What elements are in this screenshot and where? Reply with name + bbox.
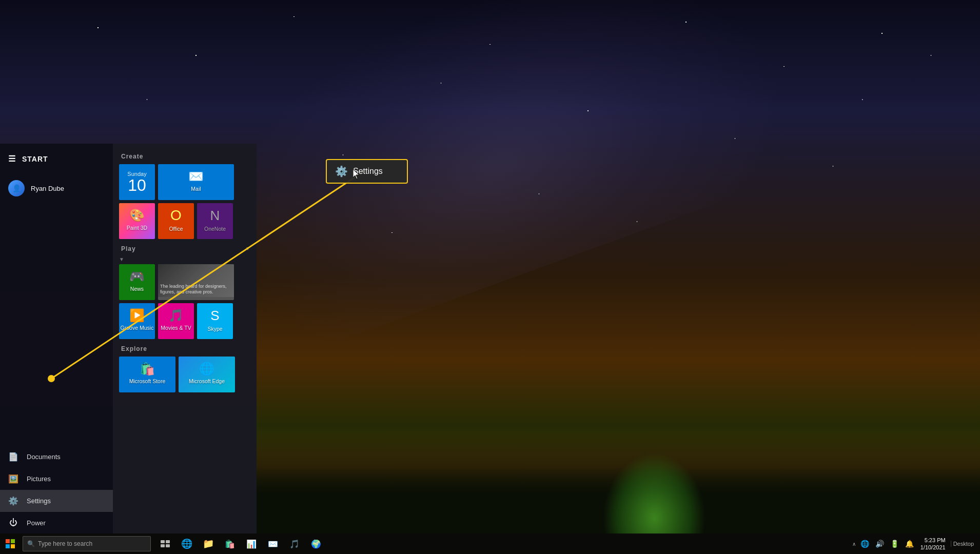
start-tiles-panel: Create Sunday 10 ✉️ Mail 🎨 Paint 3D O Of	[113, 144, 257, 533]
play-section-header: Play ▼	[119, 242, 250, 254]
settings-tooltip[interactable]: ⚙️ Settings	[326, 159, 408, 184]
user-profile[interactable]: 👤 Ryan Dube	[0, 174, 113, 203]
app2-taskbar-button[interactable]: ✉️	[263, 533, 283, 554]
svg-rect-9	[166, 544, 170, 547]
create-section-header: Create	[119, 150, 250, 162]
explore-section-header: Explore	[119, 342, 250, 354]
show-hidden-icons-button[interactable]: ∧	[852, 541, 856, 547]
app1-taskbar-button[interactable]: 📊	[241, 533, 262, 554]
windows-logo-icon	[6, 539, 15, 548]
tile-onenote[interactable]: N OneNote	[197, 203, 233, 239]
tile-skype[interactable]: S Skype	[197, 303, 233, 339]
taskbar-clock[interactable]: 5:23 PM 1/10/2021	[918, 537, 948, 551]
movies-label: Groove Music	[120, 325, 155, 331]
store-icon: 🛍️	[140, 362, 155, 376]
groove-label: Movies & TV	[160, 325, 192, 331]
create-label: Create	[119, 150, 145, 162]
clock-time: 5:23 PM	[920, 537, 946, 544]
tile-calendar[interactable]: Sunday 10	[119, 164, 155, 200]
explorer-taskbar-button[interactable]: 📁	[198, 533, 219, 554]
play-collapse-icon[interactable]: ▼	[245, 246, 250, 251]
sidebar-label-documents: Documents	[27, 453, 61, 461]
tile-news[interactable]: The leading board for designers, figures…	[158, 264, 234, 300]
groove-icon: 🎵	[168, 308, 184, 323]
calendar-day: Sunday	[127, 171, 146, 177]
user-avatar: 👤	[8, 180, 25, 196]
tile-office[interactable]: O Office	[158, 203, 194, 239]
edge-icon: 🌐	[199, 362, 214, 376]
network-icon[interactable]: 🌐	[859, 539, 871, 549]
tile-groove[interactable]: 🎵 Movies & TV	[158, 303, 194, 339]
sidebar-item-settings[interactable]: ⚙️ Settings	[0, 490, 113, 512]
sidebar-item-pictures[interactable]: 🖼️ Pictures	[0, 468, 113, 490]
svg-rect-2	[6, 539, 10, 543]
svg-rect-4	[6, 544, 10, 548]
tile-edge[interactable]: 🌐 Microsoft Edge	[179, 357, 235, 392]
app4-taskbar-button[interactable]: 🌍	[306, 533, 326, 554]
movies-icon: ▶️	[129, 308, 145, 323]
task-view-icon	[161, 540, 170, 547]
hamburger-icon[interactable]: ☰	[8, 154, 16, 164]
start-header: ☰ START	[0, 144, 113, 174]
skype-icon: S	[210, 308, 219, 324]
onenote-icon: N	[210, 208, 220, 224]
taskbar-tray: ∧ 🌐 🔊 🔋 🔔 5:23 PM 1/10/2021 Desktop	[852, 533, 980, 554]
start-menu: ☰ START 👤 Ryan Dube 📄 Documents 🖼️ Pictu…	[0, 144, 257, 533]
gear-icon: ⚙️	[335, 165, 348, 177]
store-label: Microsoft Store	[128, 378, 167, 384]
explore-label: Explore	[119, 342, 149, 354]
tent-decoration	[603, 452, 705, 535]
sidebar-label-settings: Settings	[27, 497, 51, 505]
start-title: START	[22, 155, 48, 163]
avatar-initials: 👤	[12, 184, 21, 192]
tiles-row-5: 🛍️ Microsoft Store 🌐 Microsoft Edge	[119, 357, 250, 392]
xbox-label: News	[129, 286, 145, 292]
skype-label: Skype	[206, 326, 223, 332]
edge-taskbar-button[interactable]: 🌐	[177, 533, 197, 554]
mail-label: Mail	[190, 186, 202, 192]
svg-rect-7	[166, 540, 170, 543]
settings-icon: ⚙️	[8, 496, 18, 506]
onenote-label: OneNote	[203, 226, 227, 232]
start-sidebar: ☰ START 👤 Ryan Dube 📄 Documents 🖼️ Pictu…	[0, 144, 113, 533]
svg-rect-8	[161, 544, 165, 547]
play-label: Play	[119, 242, 138, 254]
sidebar-label-pictures: Pictures	[27, 475, 51, 483]
search-bar[interactable]: 🔍 Type here to search	[23, 536, 151, 551]
xbox-icon: 🎮	[129, 269, 145, 284]
tile-xbox[interactable]: 🎮 News	[119, 264, 155, 300]
desktop-label[interactable]: Desktop	[951, 541, 976, 547]
search-icon: 🔍	[27, 540, 35, 547]
sidebar-label-power: Power	[27, 519, 46, 527]
user-name: Ryan Dube	[31, 185, 64, 192]
taskbar-icons: 🌐 📁 🛍️ 📊 ✉️ 🎵 🌍	[155, 533, 326, 554]
documents-icon: 📄	[8, 452, 18, 462]
task-view-button[interactable]	[155, 533, 175, 554]
tile-movies[interactable]: ▶️ Groove Music	[119, 303, 155, 339]
svg-rect-6	[161, 540, 165, 543]
paint3d-icon: 🎨	[129, 208, 145, 223]
pictures-icon: 🖼️	[8, 474, 18, 484]
play-expand-icon[interactable]: ▼	[119, 256, 124, 262]
svg-rect-5	[11, 544, 15, 548]
play-section-extra: ▼	[119, 256, 250, 262]
start-button[interactable]	[0, 533, 21, 554]
volume-icon[interactable]: 🔊	[874, 539, 886, 549]
edge-label: Microsoft Edge	[188, 378, 226, 384]
app3-taskbar-button[interactable]: 🎵	[284, 533, 305, 554]
tile-paint3d[interactable]: 🎨 Paint 3D	[119, 203, 155, 239]
store-taskbar-button[interactable]: 🛍️	[220, 533, 240, 554]
tiles-row-1: Sunday 10 ✉️ Mail	[119, 164, 250, 200]
tile-mail[interactable]: ✉️ Mail	[158, 164, 234, 200]
office-icon: O	[170, 207, 182, 224]
notification-icon[interactable]: 🔔	[904, 539, 915, 549]
tile-store[interactable]: 🛍️ Microsoft Store	[119, 357, 175, 392]
tiles-row-3: 🎮 News The leading board for designers, …	[119, 264, 250, 300]
sidebar-item-power[interactable]: ⏻ Power	[0, 512, 113, 533]
news-tile-inner: The leading board for designers, figures…	[158, 264, 234, 297]
sidebar-item-documents[interactable]: 📄 Documents	[0, 446, 113, 468]
battery-icon[interactable]: 🔋	[889, 539, 900, 549]
power-icon: ⏻	[8, 518, 18, 527]
news-text: The leading board for designers, figures…	[160, 284, 232, 295]
office-label: Office	[168, 226, 184, 232]
